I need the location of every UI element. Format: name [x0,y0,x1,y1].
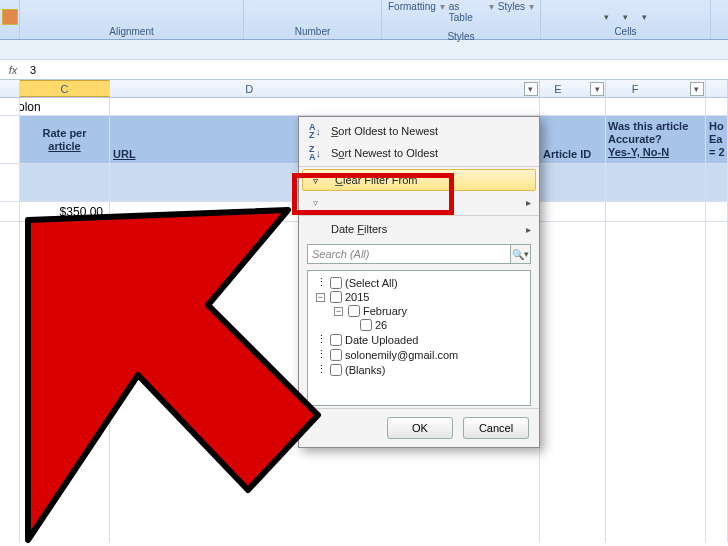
ribbon-btn-styles[interactable]: Styles [498,1,525,23]
filter-dropdown-panel: AZ↓ SSort Oldest to Newestort Oldest to … [298,116,540,448]
filter-icon: ▿ [307,194,323,210]
checkbox-blanks[interactable] [330,364,342,376]
table-row: Solon [0,98,728,116]
ribbon-btn-as-table[interactable]: as Table [449,1,485,23]
cell-solon: Solon [20,100,41,114]
ribbon-label-alignment: Alignment [109,26,153,37]
checkbox-date-uploaded[interactable] [330,334,342,346]
filter-by-color: ▿ x ▸ [299,191,539,213]
chevron-down-icon: ▾ [524,249,529,259]
search-dropdown-button[interactable]: 🔍▾ [511,244,531,264]
tree-label: (Select All) [345,277,398,289]
menu-separator [299,215,539,216]
chevron-down-icon: ▾ [623,12,628,22]
header-article-id[interactable]: Article ID [540,116,606,163]
clear-filter-from[interactable]: ▿✕ Clear Filter From Clear Filter From [302,169,536,191]
formula-input[interactable] [26,61,728,79]
header-rate[interactable]: Rate per article [20,116,110,163]
cancel-button[interactable]: Cancel [463,417,529,439]
ribbon-edge [0,0,20,39]
clear-filter-icon: ▿✕ [311,172,327,188]
ribbon-label-number: Number [295,26,331,37]
collapse-icon[interactable]: − [316,293,325,302]
chevron-down-icon: ▾ [528,84,533,94]
header-how[interactable]: Ho Ea = 2 [706,116,728,163]
chevron-down-icon: ▾ [642,12,647,22]
chevron-down-icon: ▾ [595,84,600,94]
chevron-down-icon: ▾ [694,84,699,94]
col-header-d[interactable]: D ▾ [110,80,540,97]
tree-line: ⋮ [316,276,327,289]
filter-button-f[interactable]: ▾ [690,82,704,96]
ribbon-label-styles: Styles [447,31,474,42]
chevron-down-icon: ▾ [604,12,609,22]
formula-bar: fx [0,60,728,80]
tree-label: solonemily@gmail.com [345,349,458,361]
ribbon-group-alignment[interactable]: Alignment [20,0,244,39]
filter-panel-buttons: OK Cancel [299,408,539,447]
sort-desc-icon: ZA↓ [307,145,323,161]
chevron-right-icon: ▸ [526,224,531,235]
menu-separator [299,166,539,167]
checkbox-2015[interactable] [330,291,342,303]
chevron-right-icon: ▸ [526,197,531,208]
sort-oldest-newest[interactable]: AZ↓ SSort Oldest to Newestort Oldest to … [299,120,539,142]
tree-label: Date Uploaded [345,334,418,346]
sort-newest-oldest[interactable]: ZA↓ Sort Newest to Oldest Sort Newest to… [299,142,539,164]
collapse-icon[interactable]: − [334,307,343,316]
sort-asc-icon: AZ↓ [307,123,323,139]
ribbon-group-number[interactable]: Number [244,0,382,39]
ribbon-btn-formatting[interactable]: Formatting [388,1,436,23]
col-header-f[interactable]: F ▾ [606,80,706,97]
ribbon-group-cells[interactable]: ▾ ▾ ▾ Cells [541,0,711,39]
tree-label: (Blanks) [345,364,385,376]
filter-button-d[interactable]: ▾ [524,82,538,96]
ribbon: Alignment Number Formatting ▾ as Table ▾… [0,0,728,40]
checkbox-select-all[interactable] [330,277,342,289]
tree-label: February [363,305,407,317]
col-header-g[interactable] [706,80,728,97]
filter-search-input[interactable] [307,244,511,264]
filter-button-e[interactable]: ▾ [590,82,604,96]
date-filters[interactable]: Date Filters Date Filters ▸ [299,218,539,240]
ribbon-group-styles: Formatting ▾ as Table ▾ Styles ▾ Styles [382,0,541,39]
header-accurate[interactable]: Was this article Accurate? Yes-Y, No-N [606,116,706,163]
col-header-e[interactable]: E ▾ [540,80,606,97]
checkbox-email[interactable] [330,349,342,361]
fx-icon[interactable]: fx [0,64,26,76]
col-header-c[interactable]: C [20,80,110,97]
cell-rate-value[interactable]: $350.00 [20,202,110,221]
filter-search-wrap: 🔍▾ [307,244,531,264]
search-icon: 🔍 [512,249,524,260]
checkbox-february[interactable] [348,305,360,317]
ribbon-label-cells: Cells [614,26,636,37]
filter-value-tree[interactable]: ⋮ (Select All) − 2015 − February 26 ⋮ Da… [307,270,531,406]
column-headers: C D ▾ E ▾ F ▾ [0,80,728,98]
tree-label: 2015 [345,291,369,303]
tree-label: 26 [375,319,387,331]
ok-button[interactable]: OK [387,417,453,439]
checkbox-26[interactable] [360,319,372,331]
row-header-corner[interactable] [0,80,20,97]
spacer [0,40,728,60]
